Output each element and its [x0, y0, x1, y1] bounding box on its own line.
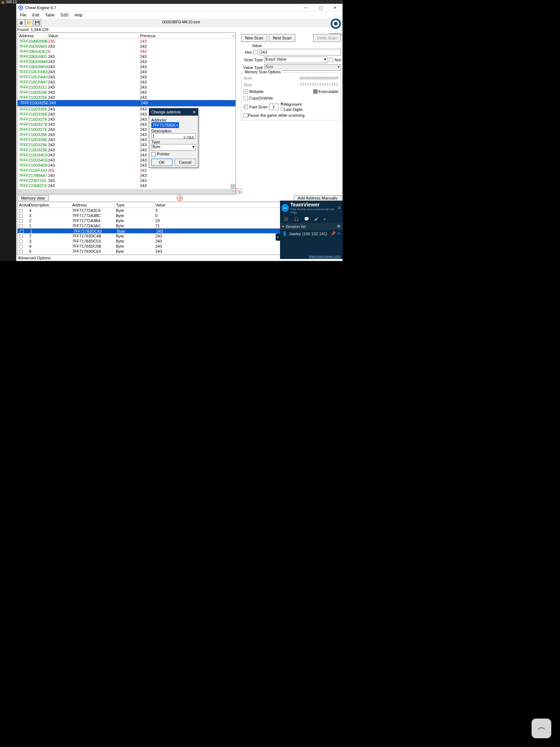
open-process-button[interactable]: 🖥 [17, 19, 25, 27]
result-row[interactable]: 7FFF20D95683243243 [18, 44, 236, 49]
teamviewer-close-button[interactable]: ✕ [338, 205, 341, 210]
start-value[interactable]: 0000000000000000 [258, 76, 338, 81]
result-row[interactable]: 7FFF210D327B243243 [18, 122, 236, 127]
cancel-button[interactable]: Cancel [175, 159, 196, 166]
teamviewer-session-header[interactable]: ▾ Session list ⚙ [280, 223, 343, 230]
result-row[interactable]: 7FFF210D329E243243 [18, 147, 236, 152]
result-row[interactable]: 7FFF210D326E243243 [18, 112, 236, 117]
tv-audio-icon[interactable]: 🎧 [294, 217, 299, 221]
tv-video-icon[interactable]: 🎥 [284, 217, 289, 221]
col-previous[interactable]: Previous [139, 33, 230, 38]
tv-pin-icon[interactable]: 📌 [331, 231, 336, 236]
menu-table[interactable]: Table [42, 11, 58, 19]
result-row[interactable]: 7FFF22307151243243 [18, 178, 236, 183]
not-checkbox[interactable] [329, 58, 333, 62]
result-row[interactable]: 7FFF210CF6B3243243 [18, 69, 236, 74]
result-row[interactable]: 7FFF210D3256243243 [18, 95, 236, 100]
copyonwrite-checkbox[interactable] [244, 96, 248, 100]
ce-settings-icon[interactable]: Settings [329, 19, 342, 34]
active-checkbox[interactable] [20, 230, 24, 233]
result-row[interactable]: 7FFF210D325E243243 [18, 100, 236, 107]
active-checkbox[interactable] [19, 224, 23, 228]
active-checkbox[interactable] [19, 250, 23, 253]
fastscan-input[interactable] [269, 104, 279, 110]
fastscan-checkbox[interactable] [244, 105, 248, 109]
type-select[interactable]: Byte▾ [151, 144, 196, 151]
title-bar[interactable]: Cheat Engine 6.7 — ▢ ✕ [16, 4, 342, 11]
executable-checkbox[interactable] [313, 89, 318, 94]
results-header[interactable]: Address Value Previous ʌ [18, 33, 236, 39]
assist-button[interactable] [532, 719, 551, 738]
results-rows[interactable]: 7FFF20AB200B2352437FFF20D956832432437FFF… [18, 39, 236, 189]
close-button[interactable]: ✕ [328, 4, 342, 11]
taskbar-app[interactable]: MK10 [7, 0, 17, 4]
col-desc[interactable]: Description [28, 202, 71, 208]
maximize-button[interactable]: ▢ [313, 4, 328, 11]
pause-checkbox[interactable] [244, 113, 248, 118]
result-row[interactable]: 7FFF210D3111243243 [18, 85, 236, 90]
alignment-radio[interactable] [280, 102, 284, 106]
minimize-button[interactable]: — [299, 4, 313, 11]
teamviewer-session-user[interactable]: 👤 Jawley (199 132 141) 📌 ➤ [280, 230, 343, 237]
active-checkbox[interactable] [19, 245, 23, 248]
result-row[interactable]: 7FFF210D3266243243 [18, 107, 236, 112]
horizontal-scrollbar[interactable]: ‹ › [18, 189, 236, 194]
menu-edit[interactable]: Edit [30, 11, 42, 19]
tv-pointer-icon[interactable]: ➤ [337, 231, 341, 236]
active-checkbox[interactable] [19, 240, 23, 243]
scroll-left-icon[interactable]: ‹ [18, 189, 23, 194]
col-address[interactable]: Address [18, 33, 47, 38]
pointer-checkbox[interactable] [151, 152, 156, 156]
result-row[interactable]: 7FFF210D324E243243 [18, 90, 236, 95]
dialog-title-bar[interactable]: Change address ✕ [149, 108, 198, 116]
scroll-right-icon[interactable]: › [230, 189, 236, 194]
result-row[interactable]: 7FFF20EE42E20243 [18, 49, 236, 54]
menu-file[interactable]: File [17, 11, 30, 19]
tv-more-icon[interactable]: » [323, 217, 326, 221]
result-row[interactable]: 7FFF210CFA43243243 [18, 74, 236, 80]
col-type[interactable]: Type [114, 202, 154, 208]
scrollbar-thumb[interactable] [230, 184, 236, 189]
scan-type-select[interactable]: Exact Value ▾ [264, 57, 327, 63]
result-row[interactable]: 7FFF210D34D6243243 [18, 163, 236, 168]
add-address-manually-button[interactable]: Add Address Manually [294, 195, 342, 201]
active-checkbox[interactable] [19, 219, 23, 223]
result-row[interactable]: 7FFF217B84A7243243 [18, 173, 236, 178]
active-checkbox[interactable] [19, 235, 23, 238]
col-value[interactable]: Value [47, 33, 139, 38]
new-scan-button[interactable]: New Scan [241, 34, 267, 42]
dialog-close-button[interactable]: ✕ [190, 110, 198, 115]
result-row[interactable]: 7FFF20EE6801243243 [18, 54, 236, 59]
tv-whiteboard-icon[interactable]: 🖌 [314, 217, 318, 221]
result-row[interactable]: 7FFF20AB200B235243 [18, 39, 236, 44]
address-input[interactable] [151, 122, 179, 128]
no-symbol-icon[interactable]: ⊘ [177, 195, 183, 201]
tv-settings-icon[interactable]: ⚙ [337, 224, 341, 229]
stop-value[interactable]: 7fffffffffffffff [258, 82, 338, 87]
undo-scan-button[interactable]: Undo Scan [313, 34, 341, 42]
result-row[interactable]: 7FFF211EF142201243 [18, 168, 236, 173]
teamviewer-collapse-handle[interactable]: ▸ [276, 233, 280, 241]
result-row[interactable]: 7FFF20EE89D9243243 [18, 64, 236, 69]
open-file-button[interactable]: 📂 [25, 19, 33, 27]
save-button[interactable]: 💾 [33, 19, 41, 27]
active-checkbox[interactable] [19, 214, 23, 218]
result-row[interactable]: 7FFF20EE69A9243243 [18, 59, 236, 64]
scroll-up-icon[interactable]: ʌ [230, 33, 236, 38]
active-checkbox[interactable] [19, 209, 23, 213]
teamviewer-panel[interactable]: ↔ TeamViewer Free license (non-commercia… [280, 201, 343, 259]
result-row[interactable]: 7FFF210D3286243243 [18, 132, 236, 137]
hex-checkbox[interactable] [253, 50, 258, 54]
memory-view-button[interactable]: Memory view [17, 195, 49, 201]
menu-d3d[interactable]: D3D [58, 11, 71, 19]
result-row[interactable]: 7FFF210D328E243243 [18, 137, 236, 142]
lastdigits-radio[interactable] [280, 107, 284, 111]
ok-button[interactable]: OK [151, 159, 172, 166]
result-row[interactable]: 7FFF210D3276243243 [18, 117, 236, 122]
result-row[interactable]: 7FFF210CFA97243243 [18, 80, 236, 85]
value-input[interactable] [259, 49, 341, 55]
result-row[interactable]: 7FFF223082CF243243 [18, 183, 236, 188]
tv-chat-icon[interactable]: 💬 [304, 217, 309, 221]
menu-help[interactable]: Help [71, 11, 86, 19]
col-active[interactable]: Active [18, 202, 28, 208]
